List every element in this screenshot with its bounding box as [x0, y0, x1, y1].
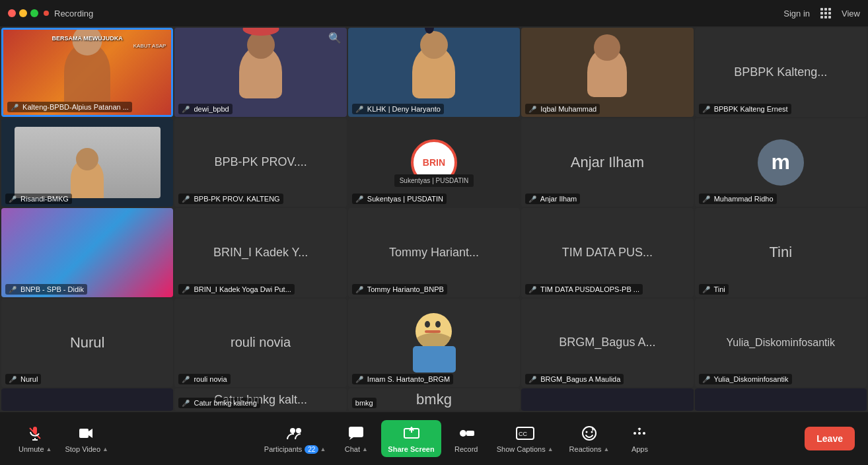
view-grid-icon[interactable] [820, 8, 831, 18]
participant-cell-12[interactable]: BRIN_I Kadek Y... 🎤 BRIN_I Kadek Yoga Dw… [174, 208, 346, 297]
cell-label-17: rouli novia [228, 332, 293, 353]
participant-name-15: 🎤 Tini [699, 284, 729, 295]
participant-name-21: 🎤 Catur bmkg kalteng [178, 398, 260, 408]
svg-point-6 [296, 428, 301, 433]
mute-icon-1: 🎤 [11, 104, 18, 111]
close-button[interactable] [8, 9, 16, 17]
mute-icon-14: 🎤 [528, 286, 536, 293]
toolbar-left-group: Unmute ▲ Stop Video ▲ [13, 420, 114, 457]
leave-button[interactable]: Leave [805, 427, 855, 450]
participant-cell-17[interactable]: rouli novia 🎤 rouli novia [174, 299, 346, 388]
apps-button[interactable]: Apps [620, 420, 659, 457]
recording-label: Recording [54, 9, 93, 18]
unmute-chevron[interactable]: ▲ [46, 446, 52, 452]
participant-cell-14[interactable]: TIM DATA PUS... 🎤 TIM DATA PUSDALOPS-PB … [521, 208, 693, 297]
recording-dot [44, 11, 49, 16]
reactions-icon [580, 424, 598, 443]
minimize-button[interactable] [19, 9, 27, 17]
participant-cell-4[interactable]: 🎤 Iqbal Muhammad [521, 28, 693, 117]
participant-name-20: 🎤 Yulia_Diskominfosantik [699, 374, 792, 384]
chat-chevron[interactable]: ▲ [362, 446, 368, 452]
mute-icon-4: 🎤 [528, 106, 536, 113]
cell-label-22: bmkg [414, 388, 454, 411]
reactions-button[interactable]: Reactions ▲ [564, 420, 615, 457]
participants-icon [286, 424, 305, 443]
share-screen-button[interactable]: Share Screen [381, 420, 441, 457]
participant-name-5: 🎤 BPBPK Kalteng Ernest [699, 104, 791, 114]
participant-cell-bmkg[interactable]: bmkg bmkg [348, 388, 520, 411]
mute-icon-18: 🎤 [355, 376, 363, 383]
participant-cell-20[interactable]: Yulia_Diskominfosantik 🎤 Yulia_Diskominf… [695, 299, 867, 388]
grid-dot [824, 12, 827, 15]
record-button[interactable]: Record [447, 420, 486, 457]
grid-dot [828, 12, 831, 15]
sign-in-button[interactable]: Sign in [783, 9, 810, 18]
mute-icon-11: 🎤 [9, 286, 17, 293]
search-icon-cell: 🔍 [328, 32, 342, 44]
topbar-left: Recording [8, 9, 93, 18]
stop-video-button[interactable]: Stop Video ▲ [59, 420, 114, 457]
reactions-chevron[interactable]: ▲ [604, 446, 610, 452]
mute-icon-3: 🎤 [355, 106, 363, 113]
chat-button[interactable]: Chat ▲ [336, 420, 376, 457]
participant-name-2: 🎤 dewi_bpbd [178, 104, 232, 114]
participant-cell-6[interactable]: 🎤 Risandi-BMKG [1, 118, 173, 207]
cell-label-7: BPB-PK PROV.... [211, 153, 309, 172]
stop-video-label: Stop Video [65, 445, 100, 453]
mute-icon-8: 🎤 [355, 196, 363, 203]
avatar-10: m [758, 139, 804, 186]
share-screen-icon [402, 424, 421, 443]
chat-label: Chat [345, 445, 360, 453]
participant-cell-8[interactable]: BRIN Sukentyas | PUSDATIN 🎤 Sukentyas | … [348, 118, 520, 207]
maximize-button[interactable] [30, 9, 38, 17]
participant-cell-7[interactable]: BPB-PK PROV.... 🎤 BPB-PK PROV. KALTENG [174, 118, 346, 207]
svg-point-14 [586, 431, 588, 433]
view-button[interactable]: View [842, 9, 860, 18]
svg-point-9 [460, 430, 466, 437]
participant-cell-13[interactable]: Tommy Hariant... 🎤 Tommy Harianto_BNPB [348, 208, 520, 297]
toolbar: Unmute ▲ Stop Video ▲ [0, 412, 868, 465]
participant-name-8: 🎤 Sukentyas | PUSDATIN [352, 194, 447, 204]
cell-label-15: Tini [766, 241, 795, 264]
participant-cell-15[interactable]: Tini 🎤 Tini [695, 208, 867, 297]
chat-icon [347, 424, 365, 443]
mute-icon-10: 🎤 [702, 196, 710, 203]
cell-label-13: Tommy Hariant... [386, 243, 482, 262]
participant-name-19: 🎤 BRGM_Bagus A Maulida [525, 374, 624, 384]
participant-cell-2[interactable]: 🔍 🎤 dewi_bpbd [174, 28, 346, 117]
participant-cell-21[interactable] [1, 388, 173, 411]
participant-cell-11[interactable]: 🎤 BNPB - SPB - Didik [1, 208, 173, 297]
participant-cell-16[interactable]: Nurul 🎤 Nurul [1, 299, 173, 388]
show-captions-button[interactable]: CC Show Captions ▲ [491, 420, 559, 457]
participant-cell-catur[interactable]: Catur bmkg kalt... 🎤 Catur bmkg kalteng [174, 388, 346, 411]
mute-icon-17: 🎤 [182, 376, 190, 383]
cell-label-16: Nurul [67, 332, 108, 354]
svg-point-15 [591, 431, 593, 433]
participant-cell-18[interactable]: 🎤 Imam S. Hartanto_BRGM [348, 299, 520, 388]
captions-icon: CC [516, 424, 534, 443]
svg-point-16 [638, 432, 641, 435]
participant-name-12: 🎤 BRIN_I Kadek Yoga Dwi Put... [178, 284, 294, 295]
topbar-right: Sign in View [783, 8, 860, 18]
mute-icon-6: 🎤 [9, 196, 17, 203]
participant-cell-1[interactable]: BERSAMA MEWUJUDKA KABUT ASAP 🎤 Kalteng-B… [1, 28, 173, 117]
participant-cell-5[interactable]: BPBPK Kalteng... 🎤 BPBPK Kalteng Ernest [695, 28, 867, 117]
participant-cell-19[interactable]: BRGM_Bagus A... 🎤 BRGM_Bagus A Maulida [521, 299, 693, 388]
grid-dot [828, 16, 831, 18]
participants-chevron[interactable]: ▲ [320, 446, 326, 452]
participant-name-18: 🎤 Imam S. Hartanto_BRGM [352, 374, 453, 384]
participant-name-14: 🎤 TIM DATA PUSDALOPS-PB ... [525, 284, 643, 295]
participant-name-9: 🎤 Anjar Ilham [525, 194, 580, 204]
participant-cell-10[interactable]: m 🎤 Muhammad Ridho [695, 118, 867, 207]
mute-icon-9: 🎤 [528, 196, 536, 203]
video-chevron[interactable]: ▲ [102, 446, 108, 452]
participant-cell-3[interactable]: 🎤 KLHK | Deny Haryanto [348, 28, 520, 117]
participants-count-badge: 22 [305, 445, 318, 454]
participant-name-6: 🎤 Risandi-BMKG [5, 194, 72, 204]
participant-cell-9[interactable]: Anjar Ilham 🎤 Anjar Ilham [521, 118, 693, 207]
record-icon [457, 424, 476, 443]
captions-chevron[interactable]: ▲ [548, 446, 554, 452]
unmute-button[interactable]: Unmute ▲ [13, 420, 57, 457]
participants-button[interactable]: Participants 22 ▲ [259, 420, 332, 458]
mute-icon-15: 🎤 [702, 286, 710, 293]
